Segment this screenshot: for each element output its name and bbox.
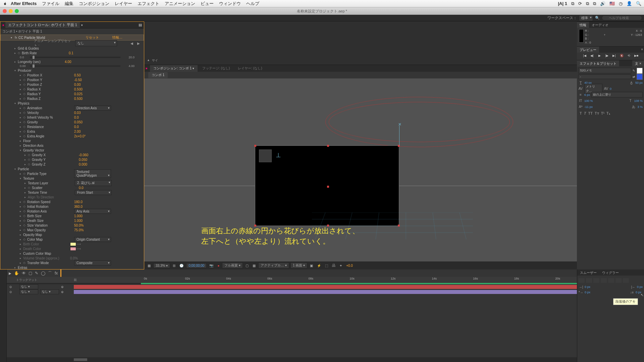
prop-dropdown[interactable]: From Start	[75, 190, 112, 195]
panel-menu-icon[interactable]: ▤	[139, 23, 142, 27]
tab-preview[interactable]: プレビュー	[577, 47, 599, 53]
camera-select[interactable]: アクティブカ… ▾	[258, 262, 289, 268]
twirl-icon[interactable]: ▸	[20, 172, 23, 175]
prop-value[interactable]: 0.00	[74, 83, 80, 86]
keyframe-stopwatch-icon[interactable]: ◇	[28, 163, 32, 166]
flag-icon[interactable]: 🇺🇸	[609, 1, 615, 6]
fill-color[interactable]	[637, 68, 643, 74]
tab-footage[interactable]: フッテージ: (なし)	[199, 65, 233, 72]
wifi2-icon[interactable]: ⧉	[586, 1, 589, 6]
twirl-icon[interactable]: ▸	[20, 88, 23, 91]
swap-color-icon[interactable]: ⇄	[633, 75, 635, 78]
menu-help[interactable]: ヘルプ	[246, 1, 259, 7]
mask-icon[interactable]: ▢	[29, 271, 32, 276]
tab-info[interactable]: 情報	[577, 22, 589, 28]
parent-pick-icon[interactable]: ⊚	[61, 285, 64, 289]
dropdown-icon[interactable]: ▾	[81, 23, 83, 27]
twirl-icon[interactable]: ▸	[20, 243, 23, 246]
hand-icon[interactable]: ✋	[14, 271, 19, 276]
adobe-icon[interactable]: |A| 1	[558, 1, 567, 6]
keyframe-stopwatch-icon[interactable]: ◇	[23, 73, 27, 77]
align-center-button[interactable]	[586, 278, 592, 283]
flowchart-item[interactable]: コンポ 1	[148, 72, 168, 78]
color-swatch[interactable]	[70, 247, 76, 251]
tab-wiggler[interactable]: ウィグラー	[599, 269, 622, 276]
keyframe-stopwatch-icon[interactable]: ◇	[23, 172, 27, 175]
slider[interactable]	[30, 65, 120, 67]
menu-window[interactable]: ウィンドウ	[219, 1, 241, 7]
color-swatch[interactable]	[70, 242, 76, 246]
prev-preset-icon[interactable]: ◀	[130, 42, 133, 45]
twirl-icon[interactable]: ▸	[20, 107, 23, 110]
keyframe-stopwatch-icon[interactable]: ◇	[18, 51, 22, 55]
snapshot-icon[interactable]: 📷	[208, 264, 215, 267]
twirl-icon[interactable]: ▸	[20, 252, 23, 255]
timecode-icon[interactable]: 🕐	[178, 264, 185, 267]
keyframe-stopwatch-icon[interactable]: ◇	[23, 205, 27, 208]
keyframe-stopwatch-icon[interactable]: ◇	[23, 83, 27, 86]
twirl-icon[interactable]: ▸	[20, 135, 23, 138]
zoom-slider[interactable]	[74, 358, 87, 361]
twirl-icon[interactable]: ▸	[20, 247, 23, 250]
tab-audio[interactable]: オーディオ	[589, 22, 611, 28]
twirl-icon[interactable]: ▾	[14, 168, 18, 171]
timeline-layer[interactable]: ⊙なし ▾⊚	[7, 284, 577, 289]
tab-smoother[interactable]: スムーザー	[577, 269, 599, 276]
prop-dropdown[interactable]: Direction Axis	[74, 106, 111, 111]
av-toggles[interactable]: ⊙	[9, 285, 17, 289]
first-line-indent[interactable]: 0 px	[585, 291, 590, 294]
prop-value[interactable]: 0.0	[74, 116, 79, 119]
views-select[interactable]: 1 画面 ▾	[290, 262, 307, 268]
trackmatte-select[interactable]: なし ▾	[40, 289, 59, 294]
prop-value[interactable]: 0.500	[74, 87, 83, 91]
zoom-select[interactable]: 33.3% ▾	[153, 263, 170, 268]
twirl-icon[interactable]: ▸	[20, 116, 23, 119]
twirl-icon[interactable]: ▸	[20, 219, 23, 222]
stroke-color[interactable]	[637, 74, 643, 80]
eyedropper-icon[interactable]: ✎	[633, 69, 635, 72]
twirl-icon[interactable]: ▸	[20, 125, 23, 128]
justify-last-right-button[interactable]	[615, 278, 622, 283]
twirl-icon[interactable]: ▾	[14, 69, 18, 72]
user-icon[interactable]: 👤	[627, 1, 632, 6]
wifi-icon[interactable]: ⧉	[571, 1, 574, 6]
timeline-layer[interactable]: ⊙なし ▾なし ▾⊚	[7, 289, 577, 294]
keyframe-stopwatch-icon[interactable]: ◇	[23, 261, 27, 264]
twirl-icon[interactable]: ▸	[24, 182, 28, 185]
prop-dropdown[interactable]: Textured QuadPolygon	[74, 169, 111, 178]
stroke-order-select[interactable]: 線の上に塗り	[591, 92, 643, 98]
menu-composition[interactable]: コンポジション	[79, 1, 109, 7]
prop-value[interactable]: 2x+0.0°	[74, 134, 86, 138]
prop-value[interactable]: 0.000	[79, 163, 87, 166]
exposure-reset-icon[interactable]: ✦	[338, 264, 343, 267]
prop-value[interactable]: 50.0%	[74, 224, 84, 227]
keyframe-stopwatch-icon[interactable]: ◇	[23, 219, 27, 222]
allcaps-button[interactable]: TT	[588, 111, 592, 116]
parent-pick-icon[interactable]: ⊚	[61, 290, 64, 294]
italic-button[interactable]: T	[584, 111, 586, 116]
wifi3-icon[interactable]: ⧉	[593, 1, 596, 6]
slider[interactable]	[30, 57, 120, 58]
preset-select[interactable]: なし	[75, 40, 117, 46]
keyframe-stopwatch-icon[interactable]: ◇	[28, 186, 32, 189]
tl-icon[interactable]: ⬚	[324, 264, 329, 267]
twirl-icon[interactable]: ▾	[20, 149, 23, 152]
subscript-button[interactable]: T₁	[606, 111, 610, 116]
keyframe-stopwatch-icon[interactable]: ◇	[23, 116, 27, 119]
fast-preview-icon[interactable]: ⚡	[316, 264, 322, 267]
keyframe-stopwatch-icon[interactable]: ◇	[23, 209, 27, 213]
first-frame-button[interactable]: |◀	[582, 54, 587, 59]
blend-mode-select[interactable]: なし ▾	[19, 284, 38, 289]
roi-icon[interactable]: ▢	[244, 264, 250, 267]
prop-value[interactable]: 75.0%	[74, 228, 84, 232]
twirl-icon[interactable]: ▸	[20, 257, 23, 260]
prop-value[interactable]: 0.1	[69, 51, 73, 55]
prop-value[interactable]: 2.00	[74, 130, 80, 133]
prop-value[interactable]: -0.060	[79, 153, 88, 157]
current-time[interactable]: 0;00;00;00	[186, 263, 207, 268]
channel-icon[interactable]: ●	[216, 264, 221, 267]
transparency-icon[interactable]: ▦	[251, 264, 257, 267]
keyframe-stopwatch-icon[interactable]: ◇	[23, 130, 27, 133]
keyframe-stopwatch-icon[interactable]: ◇	[23, 228, 27, 232]
twirl-icon[interactable]: ▸	[20, 97, 23, 100]
